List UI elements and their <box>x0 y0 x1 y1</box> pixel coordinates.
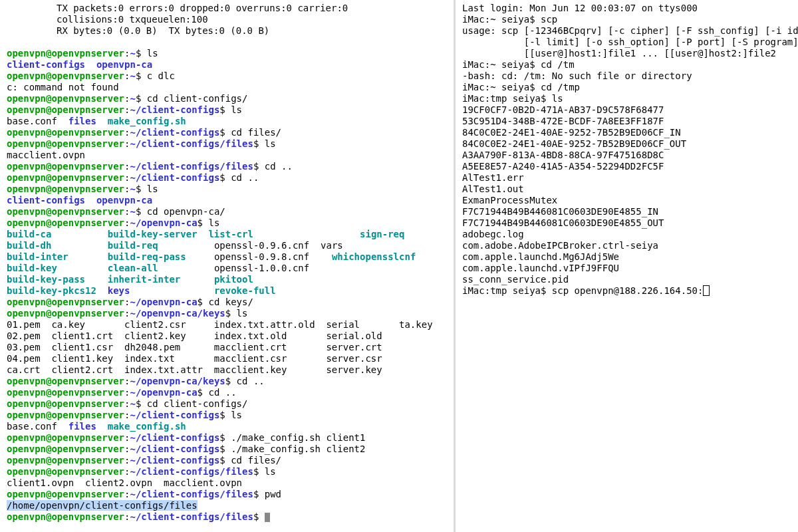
prompt-userhost: openvpn@openvpnserver <box>7 70 124 81</box>
file: A5EE8E57-A240-41A5-A354-52294DD2FC5F <box>462 161 664 172</box>
prompt-path: ~ <box>130 48 135 59</box>
prompt: iMac:tmp seiya$ <box>462 93 552 104</box>
error-line: -bash: cd: /tm: No such file or director… <box>462 70 692 81</box>
exec: build-ca <box>7 229 108 239</box>
exec: list-crl <box>208 229 253 239</box>
dir: files <box>68 116 96 126</box>
prompt-userhost: openvpn@openvpnserver <box>7 172 124 183</box>
prompt-userhost: openvpn@openvpnserver <box>7 161 124 172</box>
exec: revoke-full <box>214 285 321 296</box>
file: AlTest1.err <box>462 172 524 183</box>
prompt-path: ~ <box>130 93 135 104</box>
selected-text: /home/openvpn/client-configs/files <box>7 500 198 511</box>
prompt-userhost: openvpn@openvpnserver <box>7 308 124 319</box>
usage-line: [[user@]host1:]file1 ... [[user@]host2:]… <box>462 48 776 59</box>
exec: build-req-pass <box>108 251 209 262</box>
file: F7C71944B49B446081C0603DE90E4855_IN <box>462 206 658 217</box>
file: com.apple.launchd.Mg6JAdj5We <box>462 251 619 262</box>
dir: openvpn-ca <box>96 59 152 70</box>
file: base.conf <box>7 421 57 432</box>
prompt-path: ~/openvpn-ca <box>130 297 197 307</box>
file: 84C0C0E2-24E1-40AE-9252-7B52B9ED06CF_IN <box>462 127 681 138</box>
dir: client-configs <box>7 59 85 70</box>
file-row: ca.crt client2.crt index.txt.attr maccli… <box>7 364 399 375</box>
file: 53C951D4-348B-472E-BCDF-7A8EE3FF187F <box>462 116 664 126</box>
prompt-userhost: openvpn@openvpnserver <box>7 444 124 454</box>
prompt-path: ~/client-configs <box>130 410 219 420</box>
file-row: 04.pem client1.key index.txt macclient.c… <box>7 353 399 364</box>
prompt: iMac:~ seiya$ <box>462 59 541 70</box>
prompt-userhost: openvpn@openvpnserver <box>7 511 124 522</box>
exec: whichopensslcnf <box>332 251 416 262</box>
cursor-icon <box>265 513 270 522</box>
usage-line: usage: scp [-12346BCpqrv] [-c cipher] [-… <box>462 25 798 36</box>
file: base.conf <box>7 116 57 126</box>
prompt-userhost: openvpn@openvpnserver <box>7 387 124 398</box>
usage-line: [-l limit] [-o ssh_option] [-P port] [-S… <box>462 37 798 47</box>
cursor-icon <box>703 285 710 296</box>
prompt-userhost: openvpn@openvpnserver <box>7 466 124 477</box>
prompt-path: ~/openvpn-ca/keys <box>130 308 225 319</box>
prompt-path: ~ <box>130 398 135 409</box>
file: ExmanProcessMutex <box>462 195 557 205</box>
dir: files <box>68 421 96 432</box>
exec: make_config.sh <box>108 421 186 432</box>
prompt-path: ~/client-configs <box>130 104 219 115</box>
prompt-userhost: openvpn@openvpnserver <box>7 104 124 115</box>
dir: openvpn-ca <box>96 195 152 205</box>
exec: build-key-pass <box>7 274 108 285</box>
prompt-path: ~/client-configs/files <box>130 511 253 522</box>
prompt-path: ~/client-configs/files <box>130 161 253 172</box>
file: openssl-1.0.0.cnf <box>214 263 321 273</box>
file: openssl-0.9.8.cnf <box>214 251 321 262</box>
file: ss_conn_service.pid <box>462 274 569 285</box>
exec: clean-all <box>108 263 209 273</box>
file: adobegc.log <box>462 229 524 239</box>
prompt-userhost: openvpn@openvpnserver <box>7 410 124 420</box>
file-row: 02.pem client1.crt client2.key index.txt… <box>7 331 399 341</box>
prompt-path: ~/client-configs/files <box>130 489 253 499</box>
prompt-userhost: openvpn@openvpnserver <box>7 398 124 409</box>
prompt: iMac:~ seiya$ <box>462 82 541 92</box>
prompt-path: ~/openvpn-ca/keys <box>130 376 225 386</box>
file: vars <box>321 240 343 251</box>
prompt-userhost: openvpn@openvpnserver <box>7 206 124 217</box>
file-row: 03.pem client1.csr dh2048.pem macclient.… <box>7 342 399 352</box>
exec: pkitool <box>214 274 321 285</box>
output-line: collisions:0 txqueuelen:100 <box>7 14 447 25</box>
prompt: iMac:~ seiya$ <box>462 14 541 25</box>
left-terminal[interactable]: TX packets:0 errors:0 dropped:0 overruns… <box>0 0 454 532</box>
prompt-path: ~/client-configs/files <box>130 466 253 477</box>
prompt-userhost: openvpn@openvpnserver <box>7 489 124 499</box>
right-terminal[interactable]: Last login: Mon Jun 12 00:03:07 on ttys0… <box>456 0 798 532</box>
prompt-userhost: openvpn@openvpnserver <box>7 217 124 228</box>
exec: sign-req <box>360 229 404 239</box>
prompt-userhost: openvpn@openvpnserver <box>7 455 124 466</box>
prompt-userhost: openvpn@openvpnserver <box>7 376 124 386</box>
prompt-userhost: openvpn@openvpnserver <box>7 48 124 59</box>
prompt-path: ~ <box>130 184 135 194</box>
login-line: Last login: Mon Jun 12 00:03:07 on ttys0… <box>462 3 698 13</box>
dir: keys <box>108 285 209 296</box>
file: 84C0C0E2-24E1-40AE-9252-7B52B9ED06CF_OUT <box>462 138 686 149</box>
file: 19CF0CF7-0B2D-471A-AB37-D9C578F68477 <box>462 104 664 115</box>
file: A3AA790F-813A-4BD8-88CA-97F475168D8C <box>462 150 664 160</box>
file: AlTest1.out <box>462 184 524 194</box>
file: F7C71944B49B446081C0603DE90E4855_OUT <box>462 217 664 228</box>
error-line: c: command not found <box>7 82 119 92</box>
exec: build-inter <box>7 251 108 262</box>
file: com.apple.launchd.vIPfJ9FFQU <box>462 263 619 273</box>
exec: build-dh <box>7 240 108 251</box>
file: com.adobe.AdobeIPCBroker.ctrl-seiya <box>462 240 658 251</box>
prompt-path: ~/client-configs/files <box>130 138 253 149</box>
prompt-path: ~/client-configs <box>130 172 219 183</box>
exec: build-key <box>7 263 108 273</box>
file-row: client1.ovpn client2.ovpn macclient.ovpn <box>7 477 242 488</box>
prompt-userhost: openvpn@openvpnserver <box>7 93 124 104</box>
prompt-userhost: openvpn@openvpnserver <box>7 138 124 149</box>
prompt-path: ~/client-configs <box>130 455 219 466</box>
prompt-userhost: openvpn@openvpnserver <box>7 297 124 307</box>
prompt-path: ~/openvpn-ca <box>130 387 197 398</box>
file-row: 01.pem ca.key client2.csr index.txt.attr… <box>7 319 433 330</box>
prompt-path: ~/client-configs <box>130 444 219 454</box>
